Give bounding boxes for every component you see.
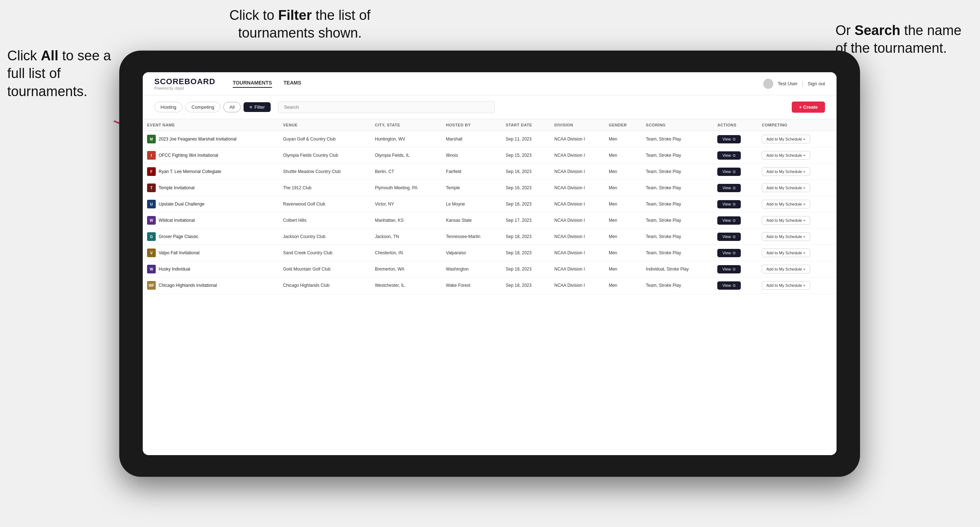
cell-actions-6: View ⊙ — [713, 229, 757, 245]
tab-hosting[interactable]: Hosting — [154, 102, 183, 112]
event-name-text-5: Wildcat Invitational — [159, 218, 195, 223]
view-button-1[interactable]: View ⊙ — [717, 151, 741, 160]
tournaments-table-container: EVENT NAME VENUE CITY, STATE HOSTED BY S… — [143, 119, 837, 455]
view-button-4[interactable]: View ⊙ — [717, 200, 741, 208]
app-logo: SCOREBOARD — [154, 77, 215, 86]
cell-actions-9: View ⊙ — [713, 278, 757, 294]
nav-teams[interactable]: TEAMS — [284, 80, 301, 88]
cell-gender-0: Men — [605, 131, 642, 148]
cell-city-2: Berlin, CT — [371, 163, 442, 180]
cell-venue-0: Guyan Golf & Country Club — [278, 131, 371, 148]
cell-city-9: Westchester, IL — [371, 278, 442, 294]
cell-gender-7: Men — [605, 245, 642, 261]
tab-competing[interactable]: Competing — [185, 102, 220, 112]
view-button-8[interactable]: View ⊙ — [717, 265, 741, 273]
add-schedule-button-3[interactable]: Add to My Schedule + — [762, 184, 810, 192]
view-icon-5: ⊙ — [732, 218, 736, 223]
event-name-text-6: Grover Page Classic — [159, 234, 198, 239]
cell-competing-1: Add to My Schedule + — [757, 148, 837, 163]
cell-gender-4: Men — [605, 196, 642, 213]
cell-actions-0: View ⊙ — [713, 131, 757, 148]
cell-event-name-0: M 2023 Joe Feaganes Marshall Invitationa… — [143, 131, 278, 148]
user-name: Test User — [778, 81, 797, 86]
col-event-name: EVENT NAME — [143, 119, 278, 131]
cell-city-6: Jackson, TN — [371, 229, 442, 245]
cell-venue-2: Shuttle Meadow Country Club — [278, 163, 371, 180]
add-schedule-button-1[interactable]: Add to My Schedule + — [762, 151, 810, 160]
cell-scoring-4: Team, Stroke Play — [641, 196, 713, 213]
view-button-7[interactable]: View ⊙ — [717, 249, 741, 257]
cell-competing-3: Add to My Schedule + — [757, 180, 837, 196]
event-name-text-0: 2023 Joe Feaganes Marshall Invitational — [159, 137, 236, 141]
cell-date-4: Sep 16, 2023 — [501, 196, 550, 213]
tab-all[interactable]: All — [223, 102, 241, 112]
cell-event-name-7: V Valpo Fall Invitational — [143, 245, 278, 261]
view-icon-3: ⊙ — [732, 186, 736, 190]
add-schedule-button-7[interactable]: Add to My Schedule + — [762, 249, 810, 257]
cell-hosted-3: Temple — [442, 180, 501, 196]
event-name-text-2: Ryan T. Lee Memorial Collegiate — [159, 169, 221, 174]
cell-hosted-5: Kansas State — [442, 213, 501, 229]
view-icon-4: ⊙ — [732, 202, 736, 206]
filter-icon: ≡ — [249, 105, 252, 110]
add-schedule-button-0[interactable]: Add to My Schedule + — [762, 135, 810, 143]
cell-scoring-7: Team, Stroke Play — [641, 245, 713, 261]
cell-venue-8: Gold Mountain Golf Club — [278, 261, 371, 278]
cell-city-7: Chesterton, IN — [371, 245, 442, 261]
cell-event-name-8: W Husky Individual — [143, 261, 278, 278]
search-box — [278, 101, 495, 113]
table-row: V Valpo Fall Invitational Sand Creek Cou… — [143, 245, 837, 261]
view-button-9[interactable]: View ⊙ — [717, 281, 741, 290]
cell-actions-7: View ⊙ — [713, 245, 757, 261]
cell-scoring-9: Team, Stroke Play — [641, 278, 713, 294]
event-name-text-1: OFCC Fighting Illini Invitational — [159, 153, 218, 158]
sign-out-link[interactable]: Sign out — [808, 81, 825, 86]
create-button[interactable]: + Create — [792, 102, 825, 113]
cell-competing-9: Add to My Schedule + — [757, 278, 837, 294]
tablet-screen: SCOREBOARD Powered by clippd TOURNAMENTS… — [143, 72, 837, 455]
nav-tournaments[interactable]: TOURNAMENTS — [233, 80, 272, 88]
event-name-text-8: Husky Individual — [159, 267, 190, 271]
cell-event-name-1: I OFCC Fighting Illini Invitational — [143, 148, 278, 163]
cell-venue-3: The 1912 Club — [278, 180, 371, 196]
add-schedule-button-5[interactable]: Add to My Schedule + — [762, 216, 810, 225]
add-schedule-button-6[interactable]: Add to My Schedule + — [762, 232, 810, 241]
nav-links: TOURNAMENTS TEAMS — [233, 80, 752, 88]
cell-date-7: Sep 18, 2023 — [501, 245, 550, 261]
cell-event-name-3: T Temple Invitational — [143, 180, 278, 196]
search-input[interactable] — [278, 101, 495, 113]
add-schedule-button-8[interactable]: Add to My Schedule + — [762, 265, 810, 273]
cell-venue-4: Ravenwood Golf Club — [278, 196, 371, 213]
cell-venue-7: Sand Creek Country Club — [278, 245, 371, 261]
filter-button[interactable]: ≡ Filter — [243, 102, 270, 112]
cell-division-7: NCAA Division I — [550, 245, 605, 261]
view-button-0[interactable]: View ⊙ — [717, 135, 741, 143]
col-competing: COMPETING — [757, 119, 837, 131]
cell-hosted-0: Marshall — [442, 131, 501, 148]
table-row: G Grover Page Classic Jackson Country Cl… — [143, 229, 837, 245]
cell-scoring-3: Team, Stroke Play — [641, 180, 713, 196]
view-button-2[interactable]: View ⊙ — [717, 168, 741, 176]
col-scoring: SCORING — [641, 119, 713, 131]
add-schedule-button-2[interactable]: Add to My Schedule + — [762, 167, 810, 176]
col-start-date: START DATE — [501, 119, 550, 131]
cell-date-2: Sep 16, 2023 — [501, 163, 550, 180]
cell-date-0: Sep 11, 2023 — [501, 131, 550, 148]
cell-city-5: Manhattan, KS — [371, 213, 442, 229]
view-button-5[interactable]: View ⊙ — [717, 216, 741, 225]
cell-actions-1: View ⊙ — [713, 148, 757, 163]
view-icon-9: ⊙ — [732, 283, 736, 288]
cell-gender-5: Men — [605, 213, 642, 229]
table-row: M 2023 Joe Feaganes Marshall Invitationa… — [143, 131, 837, 148]
add-schedule-button-4[interactable]: Add to My Schedule + — [762, 200, 810, 208]
cell-scoring-2: Team, Stroke Play — [641, 163, 713, 180]
view-button-3[interactable]: View ⊙ — [717, 184, 741, 192]
table-row: W Husky Individual Gold Mountain Golf Cl… — [143, 261, 837, 278]
team-logo-4: U — [147, 200, 156, 208]
view-icon-7: ⊙ — [732, 251, 736, 256]
team-logo-7: V — [147, 249, 156, 257]
cell-hosted-4: Le Moyne — [442, 196, 501, 213]
view-button-6[interactable]: View ⊙ — [717, 233, 741, 241]
add-schedule-button-9[interactable]: Add to My Schedule + — [762, 281, 810, 290]
event-name-text-3: Temple Invitational — [159, 185, 194, 190]
